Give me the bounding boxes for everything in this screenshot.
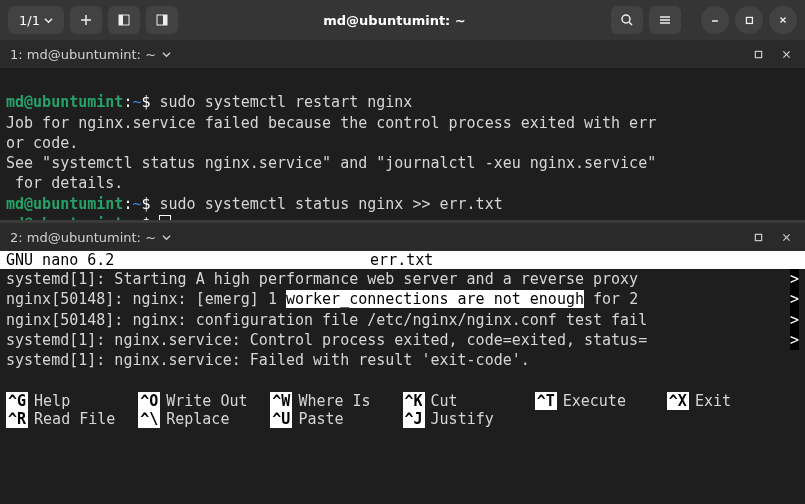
nano-shortcut: ^UPaste (270, 410, 402, 428)
nano-line: nginx[50148]: nginx: [emerg] 1 worker_co… (6, 289, 799, 309)
split-right-button[interactable] (146, 6, 178, 34)
shortcut-key: ^T (535, 392, 557, 410)
search-icon (620, 13, 634, 27)
nano-shortcut: ^GHelp (6, 392, 138, 410)
nano-line: nginx[50148]: nginx: configuration file … (6, 310, 799, 330)
minimize-icon (708, 13, 722, 27)
prompt-user: md@ubuntumint (6, 93, 123, 111)
shortcut-label: Execute (563, 392, 626, 410)
prompt-dollar: $ (141, 93, 159, 111)
pane-maximize-button[interactable] (749, 45, 767, 63)
chevron-down-icon (162, 233, 171, 242)
output-line: for details. (6, 174, 123, 192)
shortcut-label: Justify (431, 410, 494, 428)
square-icon (753, 49, 764, 60)
output-line: Job for nginx.service failed because the… (6, 114, 656, 132)
close-icon (777, 14, 789, 26)
shortcut-key: ^W (270, 392, 292, 410)
command-2: sudo systemctl status nginx >> err.txt (160, 195, 503, 213)
shortcut-key: ^X (667, 392, 689, 410)
chevron-down-icon (44, 16, 53, 25)
x-icon (781, 232, 792, 243)
hamburger-icon (658, 13, 672, 27)
pane-2-header[interactable]: 2: md@ubuntumint: ~ (0, 223, 805, 251)
nano-shortcut: ^OWrite Out (138, 392, 270, 410)
output-line: See "systemctl status nginx.service" and… (6, 154, 656, 172)
plus-icon (79, 13, 93, 27)
shortcut-label: Help (34, 392, 70, 410)
shortcut-key: ^K (403, 392, 425, 410)
shortcut-label: Exit (695, 392, 731, 410)
nano-shortcut: ^WWhere Is (270, 392, 402, 410)
tab-count-text: 1/1 (19, 13, 40, 28)
shortcut-label: Read File (34, 410, 115, 428)
shortcut-label: Cut (431, 392, 458, 410)
tab-counter[interactable]: 1/1 (8, 6, 64, 34)
nano-titlebar: GNU nano 6.2 err.txt (0, 251, 805, 269)
maximize-icon (743, 14, 755, 26)
nano-shortcut: ^XExit (667, 392, 799, 410)
nano-line: systemd[1]: Starting A high performance … (6, 269, 799, 289)
pane-close-button[interactable] (777, 228, 795, 246)
command-1: sudo systemctl restart nginx (160, 93, 413, 111)
square-icon (753, 232, 764, 243)
svg-rect-1 (119, 15, 123, 25)
prompt-user: md@ubuntumint (6, 195, 123, 213)
chevron-down-icon (162, 50, 171, 59)
x-icon (781, 49, 792, 60)
shortcut-label: Write Out (166, 392, 247, 410)
nano-shortcut: ^TExecute (535, 392, 667, 410)
prompt-dollar: $ (141, 215, 159, 220)
svg-rect-5 (746, 17, 752, 23)
prompt-user: md@ubuntumint (6, 215, 123, 220)
shortcut-label: Paste (298, 410, 343, 428)
nano-shortcut: ^RRead File (6, 410, 138, 428)
nano-line: systemd[1]: nginx.service: Failed with r… (6, 350, 799, 370)
svg-point-4 (622, 15, 630, 23)
terminal-cursor (160, 216, 170, 220)
pane-1-label: 1: md@ubuntumint: ~ (10, 47, 156, 62)
maximize-button[interactable] (735, 6, 763, 34)
shortcut-key: ^\ (138, 410, 160, 428)
split-left-button[interactable] (108, 6, 140, 34)
svg-rect-6 (755, 51, 761, 57)
shortcut-key: ^J (403, 410, 425, 428)
new-tab-button[interactable] (70, 6, 102, 34)
pane-2-label: 2: md@ubuntumint: ~ (10, 230, 156, 245)
terminal-pane-2[interactable]: GNU nano 6.2 err.txt systemd[1]: Startin… (0, 251, 805, 434)
pane-maximize-button[interactable] (749, 228, 767, 246)
nano-version: GNU nano 6.2 (6, 251, 114, 269)
menu-button[interactable] (649, 6, 681, 34)
shortcut-label: Where Is (298, 392, 370, 410)
pane-1-header[interactable]: 1: md@ubuntumint: ~ (0, 40, 805, 68)
close-button[interactable] (769, 6, 797, 34)
window-title: md@ubuntumint: ~ (184, 13, 605, 28)
shortcut-label: Replace (166, 410, 229, 428)
terminal-pane-1[interactable]: md@ubuntumint:~$ sudo systemctl restart … (0, 68, 805, 220)
nano-shortcut: ^KCut (403, 392, 535, 410)
shortcut-key: ^R (6, 410, 28, 428)
nano-shortcut-bar: ^GHelp^OWrite Out^WWhere Is^KCut^TExecut… (0, 390, 805, 434)
nano-shortcut: ^JJustify (403, 410, 535, 428)
shortcut-key: ^U (270, 410, 292, 428)
title-bar: 1/1 md@ubuntumint: ~ (0, 0, 805, 40)
pane-close-button[interactable] (777, 45, 795, 63)
nano-shortcut: ^\Replace (138, 410, 270, 428)
search-button[interactable] (611, 6, 643, 34)
output-line: or code. (6, 134, 78, 152)
shortcut-key: ^G (6, 392, 28, 410)
nano-content: systemd[1]: Starting A high performance … (0, 269, 805, 370)
nano-filename: err.txt (114, 251, 689, 269)
svg-rect-3 (163, 15, 167, 25)
shortcut-key: ^O (138, 392, 160, 410)
minimize-button[interactable] (701, 6, 729, 34)
svg-rect-7 (755, 234, 761, 240)
nano-line: systemd[1]: nginx.service: Control proce… (6, 330, 799, 350)
prompt-dollar: $ (141, 195, 159, 213)
split-right-icon (155, 13, 169, 27)
split-left-icon (117, 13, 131, 27)
